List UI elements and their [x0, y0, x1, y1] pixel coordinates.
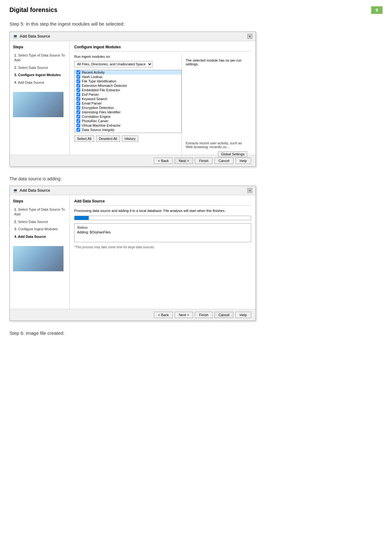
deselect-all-button[interactable]: Deselect All [96, 135, 120, 142]
dialog2-close-button[interactable]: × [247, 188, 252, 193]
module-encryption-label: Encryption Detection [82, 106, 114, 110]
module-exif-parser-checkbox[interactable] [76, 93, 80, 96]
configure-ingest-dialog: 💻 Add Data Source × Steps 1. Select Type… [9, 32, 256, 167]
module-interesting-files[interactable]: Interesting Files Identifier [75, 110, 181, 114]
help-button-1[interactable]: Help [235, 158, 251, 164]
info-bottom: Extracts recent user activity, such as W… [186, 141, 247, 149]
status-box: Status Adding: $OrphanFiles [74, 223, 251, 242]
module-data-source-integrity-label: Data Source Integrity [82, 128, 114, 132]
module-correlation[interactable]: Correlation Engine [75, 114, 181, 119]
page-header: Digital forensics 9 [9, 6, 383, 14]
finish-button-2[interactable]: Finish [195, 312, 212, 318]
dialog2-titlebar: 💻 Add Data Source × [10, 186, 256, 195]
module-embedded-file-checkbox[interactable] [76, 88, 80, 92]
d2-step-4: 4. Add Data Source [13, 234, 66, 240]
dialog1-body: Steps 1. Select Type of Data Source To A… [10, 41, 256, 155]
run-on-label: Run ingest modules on: [74, 55, 111, 58]
step-3: 3. Configure Ingest Modules [13, 72, 66, 78]
dialog2-steps-panel: Steps 1. Select Type of Data Source To A… [10, 195, 70, 309]
cancel-button-2[interactable]: Cancel [214, 312, 233, 318]
processing-text: Processing data source and adding it to … [74, 209, 251, 213]
module-embedded-file[interactable]: Embedded File Extractor [75, 88, 181, 92]
module-keyword-search-label: Keyword Search [82, 97, 107, 101]
module-correlation-label: Correlation Engine [82, 115, 111, 118]
global-settings-button[interactable]: Global Settings [218, 151, 247, 157]
select-all-button[interactable]: Select All [74, 135, 94, 142]
next-button-1[interactable]: Next > [175, 158, 193, 164]
module-interesting-files-label: Interesting Files Identifier [82, 110, 121, 114]
module-extension-mismatch-checkbox[interactable] [76, 84, 80, 87]
module-exif-parser[interactable]: Exif Parser [75, 92, 181, 97]
module-hash-lookup[interactable]: Hash Lookup [75, 75, 181, 79]
steps-heading: Steps [13, 45, 66, 49]
dialog1-icon: 💻 [13, 34, 18, 39]
module-photorec-checkbox[interactable] [76, 119, 80, 123]
dialog2-content: Add Data Source Processing data source a… [70, 195, 256, 309]
module-keyword-search[interactable]: Keyword Search [75, 97, 181, 101]
module-embedded-file-label: Embedded File Extractor [82, 88, 120, 92]
module-extension-mismatch-label: Extension Mismatch Detector [82, 84, 127, 87]
module-exif-parser-label: Exif Parser [82, 93, 99, 96]
module-photorec[interactable]: PhotoRec Carver [75, 119, 181, 123]
cancel-button-1[interactable]: Cancel [214, 158, 233, 164]
progress-bar-container [74, 216, 251, 220]
next-button-2[interactable]: Next > [175, 312, 193, 318]
module-email-parser-checkbox[interactable] [76, 101, 80, 105]
back-button-2[interactable]: < Back [154, 312, 173, 318]
help-button-2[interactable]: Help [235, 312, 251, 318]
d2-step-3: 3. Configure Ingest Modules [13, 226, 66, 232]
history-button[interactable]: History [122, 135, 138, 142]
module-hash-lookup-label: Hash Lookup [82, 75, 102, 79]
d2-step-1: 1. Select Type of Data Source To Add [13, 207, 66, 218]
module-extension-mismatch[interactable]: Extension Mismatch Detector [75, 83, 181, 88]
run-on-dropdown[interactable]: All Files, Directories, and Unallocated … [74, 61, 153, 67]
module-file-type-label: File Type Identification [82, 79, 116, 83]
module-virtual-machine-checkbox[interactable] [76, 123, 80, 127]
dialog2-steps-list: 1. Select Type of Data Source To Add 2. … [13, 207, 66, 240]
steps-list: 1. Select Type of Data Source To Add 2. … [13, 52, 66, 86]
module-file-type-checkbox[interactable] [76, 79, 80, 83]
dialog2-icon: 💻 [13, 188, 18, 193]
modules-actions: Select All Deselect All History [74, 135, 182, 142]
module-email-parser[interactable]: Email Parser [75, 101, 181, 105]
status-value: Adding: $OrphanFiles [77, 230, 248, 234]
module-virtual-machine[interactable]: Virtual Machine Extractor [75, 123, 181, 128]
progress-bar-fill [75, 216, 89, 220]
run-modules-row: Run ingest modules on: [74, 55, 182, 58]
module-data-source-integrity-checkbox[interactable] [76, 128, 80, 132]
dialog2-footer: < Back Next > Finish Cancel Help [10, 309, 256, 321]
finish-button-1[interactable]: Finish [195, 158, 212, 164]
module-virtual-machine-label: Virtual Machine Extractor [82, 123, 121, 127]
module-encryption-checkbox[interactable] [76, 106, 80, 110]
module-hash-lookup-checkbox[interactable] [76, 75, 80, 79]
module-interesting-files-checkbox[interactable] [76, 110, 80, 114]
module-recent-activity[interactable]: Recent Activity [75, 70, 181, 75]
left-content: Run ingest modules on: All Files, Direct… [74, 55, 182, 161]
dialog1-title: Add Data Source [20, 34, 50, 39]
step-4: 4. Add Data Source [13, 80, 66, 86]
module-file-type[interactable]: File Type Identification [75, 79, 181, 83]
back-button-1[interactable]: < Back [154, 158, 173, 164]
info-no-settings: The selected module has no per-run setti… [186, 58, 247, 66]
status-label: Status [77, 226, 248, 229]
dialog1-close-button[interactable]: × [247, 34, 252, 39]
module-data-source-integrity[interactable]: Data Source Integrity [75, 128, 181, 132]
dialog2-title: Add Data Source [20, 188, 50, 193]
step-2: 2. Select Data Source [13, 65, 66, 71]
note-text: *This process may take some time for lar… [74, 245, 251, 249]
step-1: 1. Select Type of Data Source To Add [13, 52, 66, 63]
module-recent-activity-checkbox[interactable] [76, 70, 80, 74]
module-photorec-label: PhotoRec Carver [82, 119, 108, 123]
d2-step-2: 2. Select Data Source [13, 219, 66, 225]
dialog2-content-heading: Add Data Source [74, 199, 251, 206]
module-correlation-checkbox[interactable] [76, 115, 80, 118]
module-encryption[interactable]: Encryption Detection [75, 105, 181, 110]
dialog1-content: Configure Ingest Modules Run ingest modu… [70, 41, 256, 155]
module-keyword-search-checkbox[interactable] [76, 97, 80, 101]
right-info-panel: The selected module has no per-run setti… [182, 55, 251, 161]
dialog1-titlebar: 💻 Add Data Source × [10, 32, 256, 41]
module-recent-activity-label: Recent Activity [82, 70, 105, 74]
steps-decorative-image [13, 92, 63, 117]
content-layout: Run ingest modules on: All Files, Direct… [74, 55, 251, 161]
content-heading: Configure Ingest Modules [74, 45, 251, 51]
